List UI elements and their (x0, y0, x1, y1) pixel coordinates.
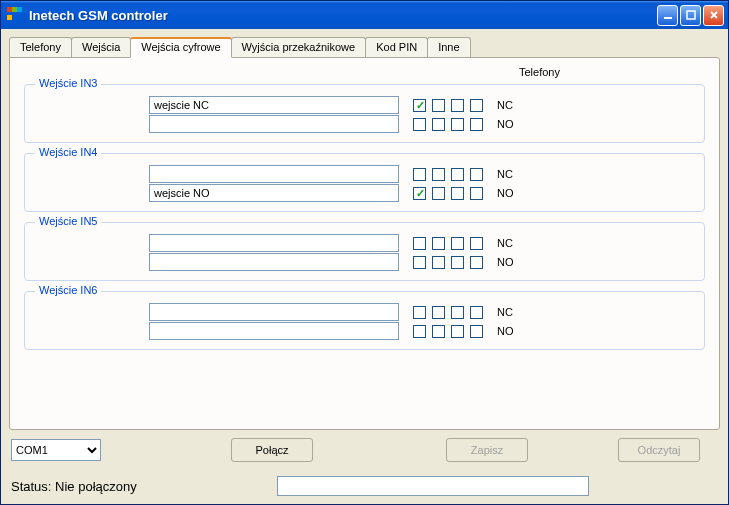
close-button[interactable] (703, 5, 724, 26)
read-button[interactable]: Odczytaj (618, 438, 700, 462)
titlebar[interactable]: Inetech GSM controler (1, 1, 728, 29)
connect-button[interactable]: Połącz (231, 438, 313, 462)
phone-checkbox-group (413, 237, 483, 250)
phone-checkbox-2[interactable] (432, 168, 445, 181)
phone-checkbox-group (413, 118, 483, 131)
phone-checkbox-4[interactable] (470, 237, 483, 250)
group-wej-cie-in4: Wejście IN4NCNO (24, 153, 705, 212)
phone-checkbox-group (413, 256, 483, 269)
group-legend: Wejście IN4 (35, 146, 101, 158)
status-bar: Status: Nie połączony (1, 470, 728, 504)
tab-kod-pin[interactable]: Kod PIN (365, 37, 428, 57)
phone-checkbox-group (413, 99, 483, 112)
phone-checkbox-3[interactable] (451, 237, 464, 250)
bottom-toolbar: COM1 Połącz Zapisz Odczytaj (9, 434, 720, 466)
tab-inne[interactable]: Inne (427, 37, 470, 57)
row-state-label: NC (497, 306, 513, 318)
input-row: NC (39, 96, 690, 114)
tab-panel-digital-inputs: Telefony Wejście IN3NCNOWejście IN4NCNOW… (9, 57, 720, 430)
tab-wyj-cia-przeka-nikowe[interactable]: Wyjścia przekaźnikowe (231, 37, 367, 57)
phone-checkbox-2[interactable] (432, 118, 445, 131)
tab-wej-cia[interactable]: Wejścia (71, 37, 131, 57)
input-row: NC (39, 303, 690, 321)
group-wej-cie-in3: Wejście IN3NCNO (24, 84, 705, 143)
phone-checkbox-group (413, 187, 483, 200)
phone-checkbox-4[interactable] (470, 256, 483, 269)
phone-checkbox-1[interactable] (413, 237, 426, 250)
minimize-button[interactable] (657, 5, 678, 26)
row-state-label: NC (497, 99, 513, 111)
tab-telefony[interactable]: Telefony (9, 37, 72, 57)
message-input[interactable] (149, 165, 399, 183)
phone-checkbox-3[interactable] (451, 306, 464, 319)
status-label: Status: Nie połączony (11, 479, 137, 494)
phone-checkbox-1[interactable] (413, 306, 426, 319)
message-input[interactable] (149, 184, 399, 202)
input-row: NO (39, 184, 690, 202)
input-row: NC (39, 165, 690, 183)
message-input[interactable] (149, 115, 399, 133)
phone-checkbox-2[interactable] (432, 187, 445, 200)
phone-checkbox-3[interactable] (451, 99, 464, 112)
window-title: Inetech GSM controler (29, 8, 657, 23)
phone-checkbox-3[interactable] (451, 168, 464, 181)
phone-checkbox-4[interactable] (470, 306, 483, 319)
group-legend: Wejście IN5 (35, 215, 101, 227)
phone-checkbox-4[interactable] (470, 325, 483, 338)
message-input[interactable] (149, 96, 399, 114)
phone-checkbox-group (413, 325, 483, 338)
phone-checkbox-3[interactable] (451, 187, 464, 200)
phone-checkbox-1[interactable] (413, 118, 426, 131)
tab-wej-cia-cyfrowe[interactable]: Wejścia cyfrowe (130, 37, 231, 58)
row-state-label: NC (497, 237, 513, 249)
phone-checkbox-2[interactable] (432, 325, 445, 338)
app-window: Inetech GSM controler TelefonyWejściaWej… (0, 0, 729, 505)
phone-checkbox-2[interactable] (432, 99, 445, 112)
phone-checkbox-2[interactable] (432, 237, 445, 250)
message-input[interactable] (149, 253, 399, 271)
phone-checkbox-1[interactable] (413, 187, 426, 200)
maximize-button[interactable] (680, 5, 701, 26)
input-row: NO (39, 322, 690, 340)
row-state-label: NO (497, 325, 514, 337)
message-input[interactable] (149, 303, 399, 321)
row-state-label: NO (497, 256, 514, 268)
phone-checkbox-2[interactable] (432, 306, 445, 319)
group-wej-cie-in6: Wejście IN6NCNO (24, 291, 705, 350)
row-state-label: NO (497, 118, 514, 130)
phone-checkbox-group (413, 168, 483, 181)
input-row: NC (39, 234, 690, 252)
row-state-label: NO (497, 187, 514, 199)
app-icon (7, 7, 23, 23)
phone-checkbox-4[interactable] (470, 168, 483, 181)
message-input[interactable] (149, 322, 399, 340)
phone-checkbox-1[interactable] (413, 325, 426, 338)
phone-checkbox-group (413, 306, 483, 319)
phone-checkbox-1[interactable] (413, 168, 426, 181)
save-button[interactable]: Zapisz (446, 438, 528, 462)
phone-checkbox-4[interactable] (470, 99, 483, 112)
phone-checkbox-3[interactable] (451, 118, 464, 131)
svg-rect-1 (687, 11, 695, 19)
row-state-label: NC (497, 168, 513, 180)
phone-checkbox-4[interactable] (470, 118, 483, 131)
columns-header: Telefony (374, 66, 705, 78)
group-wej-cie-in5: Wejście IN5NCNO (24, 222, 705, 281)
tab-strip: TelefonyWejściaWejścia cyfroweWyjścia pr… (9, 37, 720, 57)
com-port-select[interactable]: COM1 (11, 439, 101, 461)
status-field (277, 476, 589, 496)
message-input[interactable] (149, 234, 399, 252)
group-legend: Wejście IN3 (35, 77, 101, 89)
svg-rect-0 (664, 17, 672, 19)
input-row: NO (39, 253, 690, 271)
group-legend: Wejście IN6 (35, 284, 101, 296)
phone-checkbox-1[interactable] (413, 256, 426, 269)
phone-checkbox-3[interactable] (451, 256, 464, 269)
phone-checkbox-3[interactable] (451, 325, 464, 338)
phone-checkbox-4[interactable] (470, 187, 483, 200)
phone-checkbox-2[interactable] (432, 256, 445, 269)
phone-checkbox-1[interactable] (413, 99, 426, 112)
input-row: NO (39, 115, 690, 133)
